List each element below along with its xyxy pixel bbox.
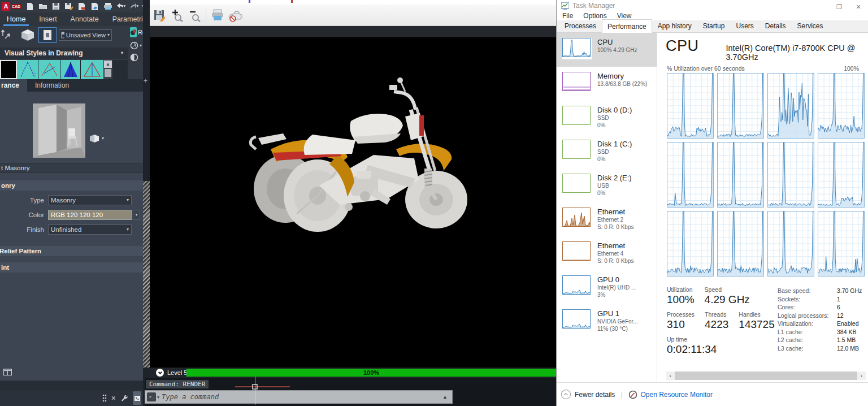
menu-file[interactable]: File: [562, 12, 573, 20]
palette-layout-icon[interactable]: [3, 369, 12, 377]
maximize-icon[interactable]: ❒: [830, 1, 849, 11]
visual-style-thumb-wire2[interactable]: [38, 60, 60, 79]
command-line-toggle-button[interactable]: [133, 391, 141, 405]
material-swatch-icon: [89, 133, 100, 143]
finish-label: Finish: [0, 226, 48, 233]
sidebar-item-text: Disk 1 (C:)SSD0%: [597, 140, 632, 163]
tab-information[interactable]: Information: [27, 79, 77, 92]
move-arrows-icon[interactable]: [1, 28, 13, 42]
render-icon[interactable]: [130, 27, 137, 37]
sidebar-item-memory-1[interactable]: Memory13.8/63.8 GB (22%): [557, 67, 657, 101]
sidebar-item-disk-0-d-2[interactable]: Disk 0 (D:)SSD0%: [557, 101, 657, 135]
ribbon-tab-annotate[interactable]: Annotate: [64, 12, 106, 26]
open-folder-icon[interactable]: [38, 2, 47, 11]
save-render-icon[interactable]: [152, 7, 167, 23]
sidebar-item-gpu-1-8[interactable]: GPU 1NVIDIA GeFor...11% (30 °C): [557, 304, 657, 338]
material-name-bar[interactable]: t Masonry: [0, 163, 143, 173]
menu-options[interactable]: Options: [583, 12, 606, 20]
view-selector-label: Unsaved View: [66, 32, 106, 38]
window-buttons: ❒ ✕: [830, 1, 868, 11]
sidebar-item-ethernet-5[interactable]: EthernetEthernet 2S: 0 R: 0 Kbps: [557, 202, 657, 236]
ribbon-tab-insert[interactable]: Insert: [32, 12, 63, 26]
sidebar-item-disk-1-c-3[interactable]: Disk 1 (C:)SSD0%: [557, 135, 657, 169]
autocad-command-area: Command: RENDER >_ ▾ Type a command ▲: [145, 378, 556, 406]
zoom-in-icon[interactable]: [170, 7, 184, 23]
chevron-up-circle-icon: [561, 390, 571, 399]
ribbon-tab-parametric[interactable]: Parametric: [106, 12, 145, 26]
cpu-chip-name: Intel(R) Core(TM) i7-8700K CPU @ 3.70GHz: [726, 44, 860, 62]
view-selector[interactable]: Unsaved View ▾: [59, 29, 112, 41]
scrollbar-thumb[interactable]: [675, 372, 857, 380]
new-file-icon[interactable]: [25, 2, 34, 11]
color-field[interactable]: RGB 120 120 120: [48, 210, 132, 220]
detail-l2-cache: L2 cache:1.5 MB: [778, 336, 868, 343]
open-resource-monitor-link[interactable]: Open Resource Monitor: [641, 391, 713, 399]
tab-app-history[interactable]: App history: [652, 20, 697, 32]
visual-style-thumb-wire1[interactable]: [17, 60, 38, 79]
close-icon[interactable]: ×: [111, 394, 116, 402]
plot-icon[interactable]: [77, 2, 86, 11]
color-dropdown-button[interactable]: ▾: [133, 210, 140, 220]
progress-chevron-icon[interactable]: [156, 369, 164, 377]
horizontal-scrollbar[interactable]: ‹ ›: [666, 372, 866, 380]
command-input-bar[interactable]: >_ ▾ Type a command ▲: [145, 390, 453, 404]
print-icon[interactable]: [103, 2, 112, 11]
section-masonry[interactable]: onry: [0, 180, 143, 191]
logical-processor-graphs: [667, 73, 868, 277]
tab-processes[interactable]: Processes: [559, 20, 602, 32]
cancel-render-teapot-icon[interactable]: [228, 7, 242, 23]
save-as-icon[interactable]: [64, 2, 73, 11]
publish-icon[interactable]: [90, 2, 99, 11]
visual-style-thumb-hidden[interactable]: [81, 60, 103, 79]
save-icon[interactable]: [51, 2, 60, 11]
command-expand-icon[interactable]: ▲: [442, 394, 448, 400]
swatch-shape-button[interactable]: ▾: [89, 133, 104, 143]
redo-icon[interactable]: ▾: [129, 2, 138, 11]
disk-1-c-mini-graph: [562, 140, 592, 161]
drag-handle-icon[interactable]: [102, 394, 107, 402]
tab-appearance[interactable]: rance: [0, 79, 27, 92]
sidebar-item-text: Memory13.8/63.8 GB (22%): [597, 72, 647, 88]
section-plane-button[interactable]: [38, 27, 57, 43]
close-icon[interactable]: ✕: [849, 1, 868, 11]
tab-details[interactable]: Details: [760, 20, 792, 32]
stat-threads: Threads4223: [705, 311, 728, 331]
thumbnail-scrollbar[interactable]: ▲: [103, 60, 112, 79]
logical-processor-graph-6: [767, 142, 814, 208]
tab-performance[interactable]: Performance: [602, 19, 652, 33]
ribbon-tab-home[interactable]: Home: [0, 12, 32, 26]
section-relief-pattern[interactable]: Relief Pattern: [0, 246, 143, 256]
visual-style-thumb-shaded[interactable]: [60, 60, 81, 79]
render-window-titlebar[interactable]: [150, 0, 556, 5]
tab-startup[interactable]: Startup: [697, 20, 731, 32]
logical-processor-graph-11: [818, 211, 865, 277]
visual-style-thumb-2d[interactable]: [0, 60, 17, 79]
type-dropdown[interactable]: Masonry▾: [48, 195, 132, 205]
logical-processor-graph-10: [767, 211, 814, 277]
3d-box-icon[interactable]: [19, 27, 36, 43]
section-tint[interactable]: int: [0, 262, 143, 273]
sidebar-item-cpu-0[interactable]: CPU100% 4.29 GHz: [557, 33, 657, 67]
scrollbar-thumb[interactable]: [105, 69, 111, 77]
print-render-icon[interactable]: [210, 7, 225, 23]
visual-styles-header[interactable]: Visual Styles in Drawing ▾: [0, 47, 128, 59]
scroll-left-icon[interactable]: ‹: [666, 373, 675, 379]
sidebar-item-disk-2-e-4[interactable]: Disk 2 (E:)USB0%: [557, 169, 657, 202]
scroll-up-icon[interactable]: ▲: [104, 61, 112, 68]
sidebar-item-ethernet-6[interactable]: EthernetEthernet 4S: 0 R: 0 Kbps: [557, 236, 657, 270]
visual-styles-title: Visual Styles in Drawing: [5, 49, 83, 57]
undo-icon[interactable]: ▾: [116, 2, 125, 11]
task-manager-titlebar[interactable]: Task Manager ❒ ✕: [557, 0, 868, 11]
sidebar-item-text: Disk 0 (D:)SSD0%: [597, 106, 632, 129]
wrench-icon[interactable]: [120, 394, 128, 402]
memory-mini-graph: [562, 72, 592, 93]
scroll-right-icon[interactable]: ›: [857, 373, 866, 379]
zoom-out-icon[interactable]: [187, 7, 202, 23]
menu-view[interactable]: View: [617, 12, 632, 20]
fewer-details-button[interactable]: Fewer details: [561, 390, 615, 399]
sidebar-item-gpu-0-7[interactable]: GPU 0Intel(R) UHD ...3%: [557, 270, 657, 304]
autocad-logo-icon[interactable]: A CAD: [2, 2, 21, 11]
tab-services[interactable]: Services: [792, 20, 829, 32]
finish-dropdown[interactable]: Unfinished▾: [48, 224, 132, 235]
tab-users[interactable]: Users: [730, 20, 759, 32]
